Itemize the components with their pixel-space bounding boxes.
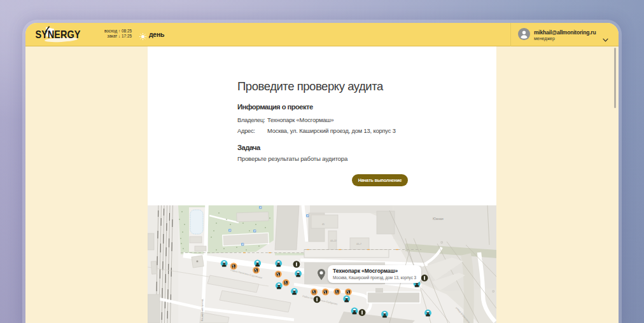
svg-text:44+7: 44+7 (356, 243, 361, 245)
svg-text:SYNERGY: SYNERGY (36, 29, 81, 41)
svg-text:45: 45 (322, 223, 325, 226)
svg-text:44+22: 44+22 (330, 240, 337, 242)
svg-text:Южная: Южная (433, 217, 444, 221)
svg-text:Каширский проезд: Каширский проезд (200, 299, 204, 321)
